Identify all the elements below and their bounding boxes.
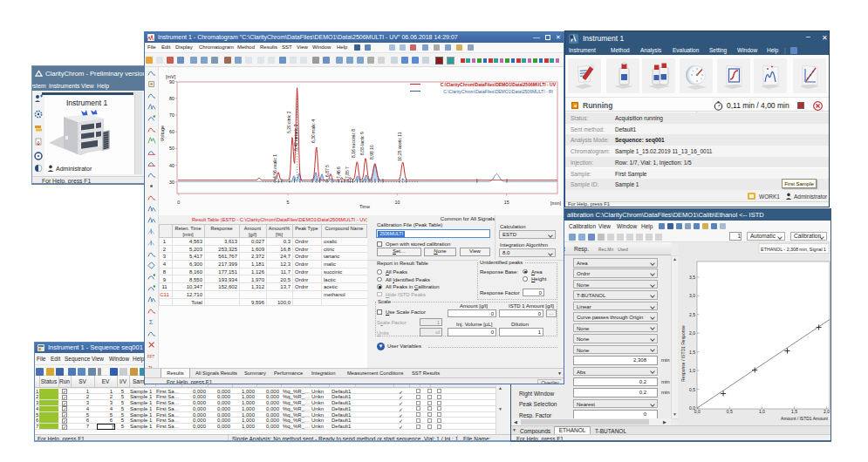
svg-text:ETHANOL - 2,308 min, Signal 1: ETHANOL - 2,308 min, Signal 1 bbox=[761, 247, 826, 252]
svg-text:1,5: 1,5 bbox=[791, 409, 797, 414]
svg-text:6,30 malic 4: 6,30 malic 4 bbox=[311, 119, 316, 143]
svg-text:60: 60 bbox=[169, 129, 174, 134]
svg-text:Amount / ISTD1 Amount: Amount / ISTD1 Amount bbox=[781, 416, 829, 421]
svg-text:15: 15 bbox=[504, 200, 509, 205]
svg-text:[min]: [min] bbox=[550, 200, 561, 206]
svg-text:8,16 succinic 8: 8,16 succinic 8 bbox=[351, 129, 356, 158]
svg-text:2,0: 2,0 bbox=[689, 330, 695, 336]
svg-text:8,98 10: 8,98 10 bbox=[369, 145, 374, 160]
svg-text:80: 80 bbox=[169, 96, 174, 101]
svg-text:3,5: 3,5 bbox=[689, 275, 695, 280]
svg-text:0,0: 0,0 bbox=[694, 409, 701, 414]
svg-text:0: 0 bbox=[177, 200, 180, 205]
svg-text:50: 50 bbox=[169, 146, 174, 151]
svg-text:10: 10 bbox=[394, 200, 400, 205]
svg-text:90: 90 bbox=[169, 79, 174, 85]
svg-text:5,42 tartaric 3: 5,42 tartaric 3 bbox=[293, 124, 298, 151]
svg-text:40: 40 bbox=[169, 163, 174, 168]
svg-text:5: 5 bbox=[287, 200, 290, 205]
svg-text:3,0: 3,0 bbox=[689, 293, 695, 298]
svg-text:1,0: 1,0 bbox=[689, 368, 695, 373]
svg-text:FFT: FFT bbox=[147, 355, 154, 359]
svg-text:8,55 lactic 9: 8,55 lactic 9 bbox=[359, 132, 365, 155]
svg-text:Voltage: Voltage bbox=[160, 126, 165, 141]
svg-text:0,5: 0,5 bbox=[727, 409, 733, 414]
svg-text:2,5: 2,5 bbox=[689, 312, 695, 317]
svg-text:2,0: 2,0 bbox=[824, 409, 830, 414]
svg-text:70: 70 bbox=[169, 112, 174, 118]
svg-text:C:\ClarityChrom\DataFiles\DEMO: C:\ClarityChrom\DataFiles\DEMO1\Data\250… bbox=[443, 89, 553, 94]
svg-text:5,20 citric 2: 5,20 citric 2 bbox=[286, 111, 291, 133]
svg-text:1,0: 1,0 bbox=[759, 409, 765, 414]
svg-text:6,87 5: 6,87 5 bbox=[325, 165, 330, 177]
svg-text:4,56 oxalic 1: 4,56 oxalic 1 bbox=[272, 154, 277, 179]
svg-text:C:\ClarityChrom\DataFiles\DEMO: C:\ClarityChrom\DataFiles\DEMO1\Data\250… bbox=[441, 82, 557, 87]
svg-text:0,5: 0,5 bbox=[689, 387, 695, 392]
svg-text:Σ: Σ bbox=[149, 318, 154, 326]
svg-text:7,46 6: 7,46 6 bbox=[336, 166, 341, 179]
svg-text:[mV]: [mV] bbox=[166, 74, 176, 79]
svg-text:1,5: 1,5 bbox=[689, 350, 695, 355]
svg-text:7,85 7: 7,85 7 bbox=[345, 166, 350, 179]
svg-text:30: 30 bbox=[169, 180, 174, 185]
svg-text:Time: Time bbox=[359, 204, 370, 209]
svg-text:10,25 acetic 11: 10,25 acetic 11 bbox=[397, 132, 402, 161]
svg-text:Response / ISTD1 Response: Response / ISTD1 Response bbox=[680, 325, 686, 382]
